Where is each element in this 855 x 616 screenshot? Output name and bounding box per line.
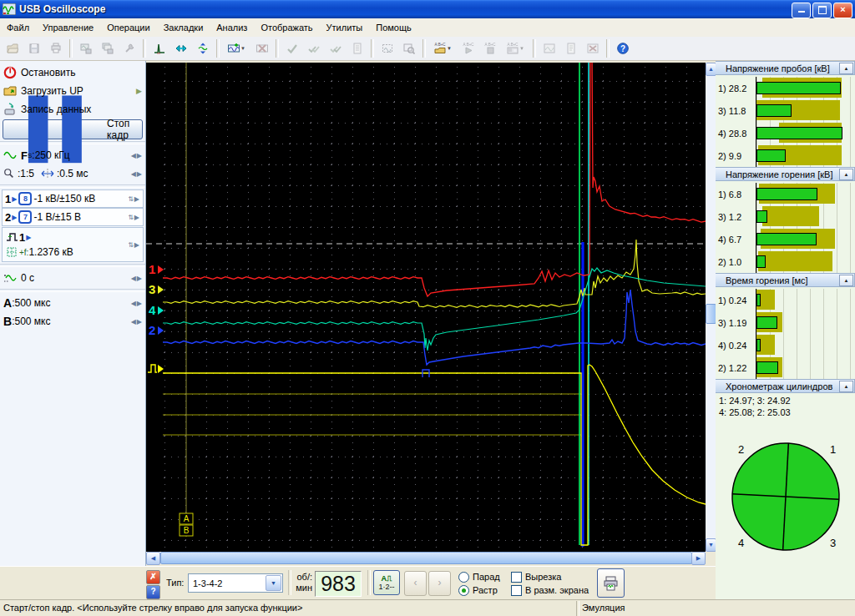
delay-spinner[interactable]: ◀▶ — [131, 275, 143, 282]
add-measure-button[interactable]: ▼ — [222, 38, 251, 59]
channel-3-marker[interactable]: 3 — [149, 282, 155, 296]
channel-1-number: 1 — [5, 193, 11, 205]
channel-2-row[interactable]: 2▶ 7 -1 В/±15 В ⇅▶ — [2, 208, 144, 226]
zoom-region-button[interactable] — [398, 38, 420, 59]
collapse-section-icon[interactable]: ▲ — [839, 275, 853, 286]
checkbox-icon[interactable] — [511, 572, 522, 583]
save-file-button[interactable] — [23, 38, 45, 59]
delay-row[interactable]: 0 с ◀▶ — [0, 269, 145, 287]
channel-1-spinner[interactable]: ⇅▶ — [128, 195, 140, 203]
collapse-section-icon[interactable]: ▲ — [839, 169, 853, 180]
trigger-settings[interactable]: 1▶ ⇅▶ +f: 1.2376 кВ — [2, 227, 144, 262]
checkbox-вырезка[interactable]: Вырезка — [511, 570, 589, 583]
confirm-back-button[interactable] — [303, 38, 325, 59]
panel-close-button[interactable]: ✗ — [146, 570, 160, 584]
delete-measure-button[interactable] — [251, 38, 273, 59]
result-delete-button[interactable] — [582, 38, 604, 59]
horizontal-scroll-thumb[interactable] — [160, 552, 692, 564]
minimize-button[interactable] — [792, 3, 811, 18]
scope-horizontal-scrollbar[interactable]: ◀ ▶ — [146, 552, 706, 564]
collapse-section-icon[interactable]: ▲ — [839, 63, 853, 74]
channel-2-marker[interactable]: 2 — [149, 323, 155, 337]
zoom-time-row[interactable]: :1:5 :0.5 мс ◀▶ — [0, 164, 145, 183]
result-graph-button[interactable] — [539, 38, 560, 59]
fs-spinner[interactable]: ◀▶ — [131, 152, 143, 159]
cursor-b-row[interactable]: B :500 мкс ◀▶ — [0, 312, 145, 331]
scroll-right-icon[interactable]: ▶ — [691, 552, 706, 565]
channel-1-marker[interactable]: 1 — [149, 262, 155, 276]
result-report-button[interactable] — [560, 38, 582, 59]
menu-item-управление[interactable]: Управление — [36, 18, 100, 37]
cursor-a-row[interactable]: A :500 мкс ◀▶ — [0, 294, 145, 312]
panel-help-button[interactable]: ? — [146, 585, 160, 599]
freeze-frame-button[interactable]: Стоп кадр — [3, 119, 143, 139]
print-scope-button[interactable] — [597, 568, 625, 598]
control-sidebar: Остановить Загрузить UP ▶ Запись данных … — [0, 61, 146, 566]
confirm-forward-button[interactable] — [325, 38, 347, 59]
save-all-frames-button[interactable] — [97, 38, 119, 59]
menu-item-отображать[interactable]: Отображать — [254, 18, 319, 37]
cursor-a-spinner[interactable]: ◀▶ — [131, 300, 143, 307]
time-spinner[interactable]: ◀▶ — [131, 170, 143, 178]
status-bar: Старт/стоп кадр. <Используйте стрелку вп… — [0, 599, 855, 616]
scope-vertical-scrollbar[interactable]: ▲ ▼ — [706, 63, 716, 552]
menu-item-утилиты[interactable]: Утилиты — [320, 18, 370, 37]
radio-парад[interactable]: Парад — [458, 570, 500, 583]
next-frame-button[interactable]: › — [428, 571, 451, 596]
channel-2-spinner[interactable]: ⇅▶ — [128, 214, 140, 221]
tools-button[interactable] — [119, 38, 140, 59]
oscilloscope-display[interactable]: AB1342 — [146, 63, 706, 552]
stop-action[interactable]: Остановить — [0, 63, 145, 82]
rpm-value: 983 — [315, 571, 362, 597]
save-frame-button[interactable] — [75, 38, 97, 59]
open-file-button[interactable] — [2, 38, 23, 59]
checkbox-в-разм--экрана[interactable]: В разм. экрана — [511, 583, 589, 597]
firing-order-combobox[interactable]: 1-3-4-2 ▼ — [188, 573, 283, 593]
zoom-region-icon — [403, 43, 415, 54]
radio-растр[interactable]: Растр — [458, 583, 500, 597]
channel-1-row[interactable]: 1▶ 8 -1 кВ/±150 кВ ⇅▶ — [2, 189, 144, 208]
prev-frame-button[interactable]: ‹ — [404, 571, 427, 596]
menu-item-помощь[interactable]: Помощь — [369, 18, 418, 37]
bar-chart-1: 1) 6.83) 1.24) 6.72) 1.0 — [716, 181, 855, 273]
checkbox-icon[interactable] — [511, 585, 522, 596]
trigger-channel: 1 — [19, 231, 25, 244]
fit-horizontal-button[interactable] — [170, 38, 192, 59]
record-action[interactable]: Запись данных — [0, 100, 145, 119]
confirm-button[interactable] — [281, 38, 303, 59]
trigger-spinner[interactable]: ⇅▶ — [128, 241, 140, 249]
close-button[interactable]: × — [833, 3, 852, 18]
abc-run-button[interactable]: A:B+C — [458, 38, 479, 59]
fit-vertical-button[interactable] — [192, 38, 214, 59]
channel-1-range: -1 кВ/±150 кВ — [33, 193, 95, 204]
menu-item-файл[interactable]: Файл — [0, 18, 36, 37]
collapse-section-icon[interactable]: ▲ — [839, 381, 853, 392]
abc-stop-button[interactable]: A:B+C — [479, 38, 501, 59]
help-button[interactable]: ? — [612, 38, 634, 59]
scroll-left-icon[interactable]: ◀ — [146, 552, 160, 565]
sample-rate-row[interactable]: FS:250 кГц ◀▶ — [0, 146, 145, 164]
menu-item-анализ[interactable]: Анализ — [210, 18, 254, 37]
menu-item-закладки[interactable]: Закладки — [157, 18, 210, 37]
bar-track — [756, 311, 855, 334]
menu-item-операции[interactable]: Операции — [100, 18, 156, 37]
restore-button[interactable] — [812, 3, 832, 18]
help-icon: ? — [617, 43, 629, 54]
print-button[interactable] — [45, 38, 67, 59]
cylinder-label-2: 2 — [738, 443, 744, 456]
display-mode-button[interactable]: A⎍ 1·2-- — [373, 570, 400, 595]
combo-dropdown-icon[interactable]: ▼ — [266, 575, 281, 591]
select-region-button[interactable] — [377, 38, 398, 59]
abc-panel-button[interactable]: A:B+C▼ — [501, 38, 530, 59]
radio-icon[interactable] — [458, 585, 469, 596]
print-scope-icon — [604, 575, 619, 592]
script-log-button[interactable] — [347, 38, 368, 59]
bar-row: 4) 28.8 — [716, 122, 855, 144]
bar-value-label: 1) 28.2 — [716, 83, 756, 93]
radio-icon[interactable] — [458, 572, 469, 583]
single-pulse-button[interactable] — [149, 38, 170, 59]
load-up-action[interactable]: Загрузить UP ▶ — [0, 82, 145, 100]
abc-load-button[interactable]: A:B+C▼ — [428, 38, 458, 59]
channel-4-marker[interactable]: 4 — [149, 303, 156, 317]
cursor-b-spinner[interactable]: ◀▶ — [131, 318, 143, 326]
